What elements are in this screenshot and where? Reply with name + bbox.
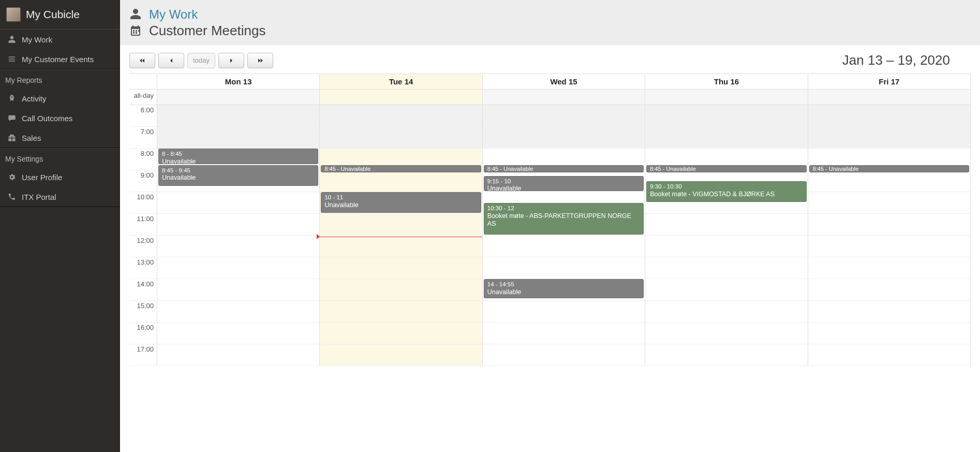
hour-cell[interactable] xyxy=(157,105,319,127)
hour-cell[interactable] xyxy=(320,257,482,279)
hour-cell[interactable] xyxy=(157,301,319,323)
next-fast-button[interactable] xyxy=(247,53,273,68)
calendar-event[interactable]: 8:45 - Unavailable xyxy=(809,165,969,172)
hour-cell[interactable] xyxy=(320,170,482,192)
sidebar-item-customer-events[interactable]: My Customer Events xyxy=(0,49,120,69)
sidebar-item-activity[interactable]: Activity xyxy=(0,89,120,108)
hour-cell[interactable] xyxy=(320,323,482,344)
allday-cell[interactable] xyxy=(157,90,320,105)
calendar-event[interactable]: 8:45 - Unavailable xyxy=(484,165,644,172)
allday-cell[interactable] xyxy=(808,90,971,105)
hour-cell[interactable] xyxy=(157,323,319,344)
day-column[interactable]: 8:45 - Unavailable xyxy=(808,105,971,366)
prev-button[interactable] xyxy=(158,53,184,68)
day-header[interactable]: Tue 14 xyxy=(320,74,482,89)
hour-cell[interactable] xyxy=(808,127,970,149)
hour-cell[interactable] xyxy=(645,236,807,257)
sidebar-item-itx-portal[interactable]: ITX Portal xyxy=(0,187,120,207)
hour-cell[interactable] xyxy=(483,127,645,149)
hour-cell[interactable] xyxy=(483,344,645,366)
event-time: 10:30 - 12 xyxy=(487,205,640,212)
allday-cell[interactable] xyxy=(645,90,808,105)
day-column[interactable]: 8 - 8:45Unavailable8:45 - 9:45Unavailabl… xyxy=(157,105,320,366)
calendar-event[interactable]: 8 - 8:45Unavailable xyxy=(158,149,318,164)
hour-cell[interactable] xyxy=(157,257,319,279)
hour-cell[interactable] xyxy=(483,105,645,127)
hour-cell[interactable] xyxy=(157,236,319,257)
nav-group-primary: My Work My Customer Events xyxy=(0,29,120,69)
sidebar-item-call-outcomes[interactable]: Call Outcomes xyxy=(0,108,120,128)
event-title: Unavailable xyxy=(162,174,315,182)
calendar-event[interactable]: 10:30 - 12Booket møte - ABS-PARKETTGRUPP… xyxy=(484,203,644,235)
hour-cell[interactable] xyxy=(320,214,482,236)
allday-cell[interactable] xyxy=(320,90,482,105)
hour-cell[interactable] xyxy=(483,323,645,344)
day-header-row: Mon 13Tue 14Wed 15Thu 16Fri 17 xyxy=(129,74,971,90)
hour-cell[interactable] xyxy=(808,192,970,214)
sidebar-item-my-work[interactable]: My Work xyxy=(0,30,120,49)
hour-cell[interactable] xyxy=(157,344,319,366)
hour-cell[interactable] xyxy=(645,105,807,127)
hour-cell[interactable] xyxy=(808,236,970,257)
sidebar: My Cubicle My Work My Customer Events My… xyxy=(0,0,120,452)
hour-cell[interactable] xyxy=(320,301,482,323)
hour-cell[interactable] xyxy=(808,214,970,236)
hour-cell[interactable] xyxy=(483,257,645,279)
hour-cell[interactable] xyxy=(808,301,970,323)
calendar-event[interactable]: 9:30 - 10:30Booket møte - VIGMOSTAD & BJ… xyxy=(646,181,806,202)
calendar-icon xyxy=(129,24,143,38)
hour-cell[interactable] xyxy=(157,279,319,301)
hour-cell[interactable] xyxy=(808,170,970,192)
hour-cell[interactable] xyxy=(645,301,807,323)
allday-cell[interactable] xyxy=(483,90,645,105)
hour-cell[interactable] xyxy=(320,127,482,149)
calendar-event[interactable]: 8:45 - 9:45Unavailable xyxy=(158,165,318,186)
calendar-event[interactable]: 8:45 - Unavailable xyxy=(321,165,481,172)
hour-cell[interactable] xyxy=(645,344,807,366)
hour-cell[interactable] xyxy=(808,257,970,279)
calendar-event[interactable]: 14 - 14:55Unavailable xyxy=(484,279,644,298)
hour-cell[interactable] xyxy=(808,323,970,344)
chat-icon xyxy=(7,113,17,123)
day-column[interactable]: 8:45 - Unavailable10 - 11Unavailable xyxy=(320,105,482,366)
hour-cell[interactable] xyxy=(645,279,807,301)
hour-cell[interactable] xyxy=(808,105,970,127)
time-grid: 6:007:008:009:0010:0011:0012:0013:0014:0… xyxy=(129,105,971,366)
day-header[interactable]: Fri 17 xyxy=(808,74,971,89)
hour-cell[interactable] xyxy=(157,192,319,214)
user-icon xyxy=(129,8,143,21)
hour-cell[interactable] xyxy=(157,214,319,236)
hour-cell[interactable] xyxy=(157,127,319,149)
calendar-event[interactable]: 10 - 11Unavailable xyxy=(321,192,481,213)
main: My Work Customer Meetings today Jan 13 –… xyxy=(120,0,980,452)
hour-cell[interactable] xyxy=(483,301,645,323)
hour-cell[interactable] xyxy=(320,105,482,127)
hour-cell[interactable] xyxy=(645,127,807,149)
hour-cell[interactable] xyxy=(320,344,482,366)
day-column[interactable]: 8:45 - Unavailable9:15 - 10Unavailable10… xyxy=(483,105,645,366)
hour-cell[interactable] xyxy=(320,279,482,301)
hour-cell[interactable] xyxy=(645,257,807,279)
sidebar-item-sales[interactable]: Sales xyxy=(0,128,120,148)
allday-label: all-day xyxy=(129,90,157,105)
today-button[interactable]: today xyxy=(187,53,215,68)
sidebar-item-user-profile[interactable]: User Profile xyxy=(0,167,120,187)
hour-cell[interactable] xyxy=(483,236,645,257)
day-header[interactable]: Thu 16 xyxy=(645,74,808,89)
event-time: 9:30 - 10:30 xyxy=(650,183,803,191)
hour-cell[interactable] xyxy=(320,236,482,257)
calendar-event[interactable]: 9:15 - 10Unavailable xyxy=(484,176,644,192)
day-header[interactable]: Wed 15 xyxy=(483,74,645,89)
day-header[interactable]: Mon 13 xyxy=(157,74,320,89)
prev-fast-button[interactable] xyxy=(129,53,155,68)
hour-cell[interactable] xyxy=(645,214,807,236)
calendar-event[interactable]: 8:45 - Unavailable xyxy=(646,165,806,172)
day-column[interactable]: 8:45 - Unavailable9:30 - 10:30Booket møt… xyxy=(645,105,808,366)
hour-cell[interactable] xyxy=(808,344,970,366)
hour-cell[interactable] xyxy=(808,279,970,301)
next-button[interactable] xyxy=(218,53,244,68)
gear-icon xyxy=(7,172,17,182)
time-label: 13:00 xyxy=(129,257,157,279)
hour-cell[interactable] xyxy=(645,323,807,344)
breadcrumb-my-work[interactable]: My Work xyxy=(149,7,198,22)
